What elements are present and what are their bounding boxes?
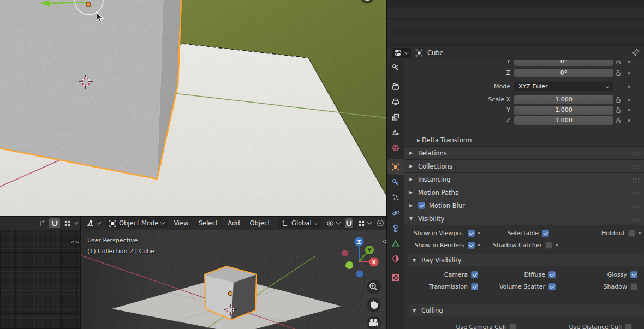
- animate-dot[interactable]: [628, 72, 630, 74]
- menu-object[interactable]: Object: [246, 218, 274, 228]
- culling-panel-header[interactable]: ▼ Culling: [408, 304, 644, 316]
- lock-open-icon[interactable]: [616, 117, 621, 124]
- mode-dropdown[interactable]: Object Mode: [106, 218, 168, 228]
- animate-dot[interactable]: [628, 61, 630, 63]
- panel-drag-grip[interactable]: [632, 191, 641, 195]
- tab-object-data[interactable]: [387, 236, 404, 251]
- menu-add[interactable]: Add: [224, 218, 243, 228]
- proportional-editing-toggle[interactable]: [377, 218, 384, 228]
- tab-scene[interactable]: [387, 125, 404, 140]
- rotation-mode-dropdown[interactable]: XYZ Euler: [514, 82, 613, 91]
- snap-magnet-toggle[interactable]: [345, 218, 353, 228]
- panel-drag-grip[interactable]: [632, 152, 641, 155]
- tab-modifiers[interactable]: [387, 175, 404, 190]
- zoom-button[interactable]: [367, 280, 381, 294]
- panel-drag-grip[interactable]: [632, 204, 641, 208]
- transmission-checkbox[interactable]: [471, 283, 478, 290]
- rotation-y-field[interactable]: 0°: [514, 60, 613, 66]
- animate-dot[interactable]: [556, 244, 558, 246]
- gizmo-axis-x-neg[interactable]: [342, 250, 348, 256]
- tab-output[interactable]: [387, 94, 404, 110]
- transform-orientation-dropdown[interactable]: Global: [278, 218, 321, 228]
- panel-visibility[interactable]: ▼ Visibility: [404, 212, 644, 225]
- scale-x-field[interactable]: 1.000: [514, 95, 613, 104]
- panel-drag-grip[interactable]: [632, 165, 641, 169]
- gizmo-axis-y-neg[interactable]: [345, 261, 353, 269]
- use-camera-cull-option: Use Camera Cull: [404, 324, 520, 329]
- viewport-bottom[interactable]: Z Y X: [81, 230, 386, 329]
- tab-view-layer[interactable]: [387, 110, 404, 125]
- lock-open-icon[interactable]: [616, 107, 621, 113]
- tab-render[interactable]: [387, 79, 404, 94]
- volume-scatter-checkbox[interactable]: [548, 283, 556, 290]
- editor-type-button[interactable]: [83, 218, 104, 228]
- tab-particles[interactable]: [387, 190, 404, 205]
- use-camera-cull-checkbox[interactable]: [509, 324, 516, 329]
- tab-object[interactable]: [387, 159, 404, 175]
- scale-z-field[interactable]: 1.000: [514, 116, 613, 125]
- holdout-checkbox[interactable]: [628, 230, 635, 237]
- tab-world[interactable]: [387, 140, 404, 155]
- breadcrumb-object-name[interactable]: Cube: [427, 49, 444, 57]
- animate-dot[interactable]: [628, 86, 630, 88]
- panel-relations[interactable]: ▶ Relations: [404, 146, 644, 159]
- shadow-checkbox[interactable]: [630, 283, 637, 290]
- menu-view[interactable]: View: [170, 218, 192, 228]
- diffuse-checkbox[interactable]: [548, 271, 556, 278]
- editor-divider-vertical-small[interactable]: [80, 217, 81, 329]
- panel-collections[interactable]: ▶ Collections: [404, 159, 644, 172]
- scale-y-field[interactable]: 1.000: [514, 106, 613, 115]
- selectable-checkbox[interactable]: [542, 230, 549, 237]
- pan-hand-button[interactable]: [367, 298, 381, 312]
- panel-motion-paths[interactable]: ▶ Motion Paths: [404, 186, 644, 199]
- editor-type-button[interactable]: [392, 48, 411, 58]
- motion-blur-checkbox[interactable]: [418, 202, 425, 209]
- panel-drag-grip[interactable]: [632, 178, 641, 182]
- panel-motion-blur[interactable]: ▶ Motion Blur: [404, 199, 644, 212]
- animate-dot[interactable]: [639, 232, 641, 234]
- tab-physics[interactable]: [387, 205, 404, 220]
- glossy-checkbox[interactable]: [630, 271, 637, 278]
- orientation-arrow-icon[interactable]: [37, 218, 47, 228]
- show-in-renders-checkbox[interactable]: [468, 242, 475, 249]
- tab-constraints[interactable]: [387, 220, 404, 236]
- panel-drag-grip[interactable]: [632, 217, 641, 221]
- editor-corner-widget[interactable]: <>: [69, 238, 81, 246]
- tab-material[interactable]: [387, 251, 404, 266]
- gizmo-axis-z-neg[interactable]: [356, 271, 363, 278]
- chevron-down-icon: [367, 220, 371, 224]
- tab-texture[interactable]: [387, 270, 404, 285]
- viewport-top[interactable]: [0, 0, 386, 216]
- snap-settings-icon[interactable]: [62, 218, 73, 228]
- show-in-viewports-checkbox[interactable]: [468, 230, 475, 237]
- lock-open-icon[interactable]: [616, 60, 621, 65]
- shadow-catcher-checkbox[interactable]: [545, 242, 552, 249]
- menu-select[interactable]: Select: [195, 218, 222, 228]
- rotation-mode-value: XYZ Euler: [518, 82, 548, 91]
- tab-tool[interactable]: [387, 60, 404, 75]
- sidebar-collapse-arrow[interactable]: <: [382, 238, 387, 245]
- scale-z-row: Z 1.000: [404, 116, 644, 125]
- snap-settings-dropdown[interactable]: [355, 218, 374, 228]
- panel-instancing[interactable]: ▶ Instancing: [404, 172, 644, 186]
- chevron-down-icon[interactable]: [74, 220, 78, 224]
- use-distance-cull-checkbox[interactable]: [625, 324, 632, 329]
- diffuse-option: Diffuse: [480, 271, 558, 278]
- navigation-gizmo[interactable]: Z Y X: [342, 237, 379, 278]
- rotation-y-row: Y 0°: [404, 60, 644, 66]
- editor-divider-horizontal[interactable]: [0, 216, 386, 217]
- camera-checkbox[interactable]: [471, 271, 478, 278]
- snap-magnet-icon[interactable]: [49, 218, 60, 228]
- grid-editor-canvas[interactable]: [0, 230, 80, 329]
- lock-open-icon[interactable]: [616, 97, 621, 103]
- ray-visibility-panel-header[interactable]: ▼ Ray Visibility: [408, 254, 644, 266]
- pivot-point-dropdown[interactable]: [323, 218, 343, 228]
- rotation-z-field[interactable]: 0°: [514, 69, 613, 77]
- animate-dot[interactable]: [628, 99, 630, 101]
- animate-dot[interactable]: [628, 109, 630, 111]
- lock-open-icon[interactable]: [616, 70, 621, 76]
- pin-icon[interactable]: [632, 48, 640, 58]
- camera-view-button[interactable]: [367, 316, 381, 329]
- animate-dot[interactable]: [628, 119, 630, 122]
- delta-transform-panel-header[interactable]: ▶ Delta Transform: [404, 134, 644, 146]
